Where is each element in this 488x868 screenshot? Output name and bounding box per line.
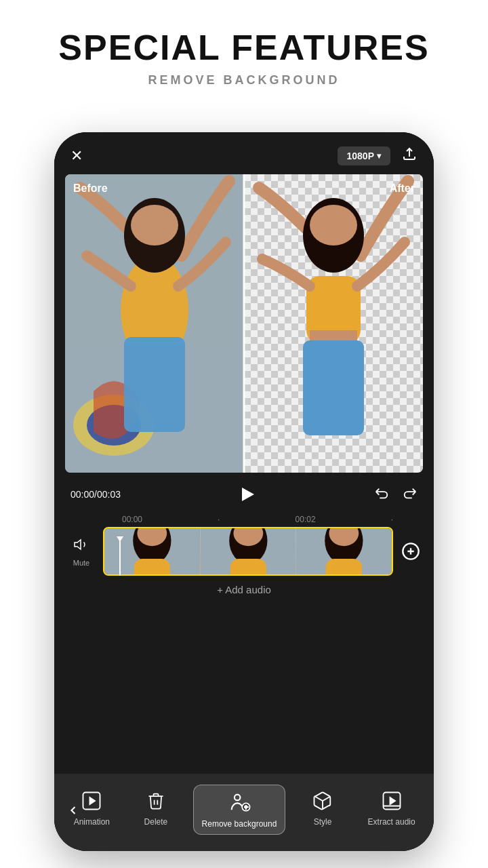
undo-button[interactable]: [374, 486, 389, 504]
time-display: 00:00/00:03: [70, 489, 121, 500]
play-button[interactable]: [235, 482, 260, 507]
timeline-track: Mute: [54, 527, 434, 576]
page-header: SPECIAL FEATURES REMOVE BACKGROUND: [0, 0, 488, 101]
style-label: Style: [314, 817, 332, 827]
top-bar-right: 1080P: [338, 146, 418, 166]
svg-rect-20: [134, 559, 170, 574]
toolbar-items: Animation Delete: [54, 785, 434, 835]
upload-button[interactable]: [401, 146, 418, 166]
after-image: [244, 174, 423, 473]
clip-frame-3: [296, 528, 392, 574]
before-image: [65, 174, 244, 473]
toolbar-item-extract-audio[interactable]: Extract audio: [360, 785, 424, 832]
toolbar-item-delete[interactable]: Delete: [129, 785, 183, 832]
clip-frame-2: [201, 528, 297, 574]
extract-audio-label: Extract audio: [368, 817, 415, 827]
mute-button[interactable]: Mute: [65, 536, 98, 567]
svg-rect-6: [124, 337, 185, 432]
ruler-dot-2: ·: [391, 515, 393, 524]
playhead[interactable]: [119, 540, 121, 576]
playhead-indicator: [117, 536, 123, 542]
timeline-ruler: 00:00 · 00:02 ·: [54, 512, 434, 527]
svg-rect-28: [326, 559, 362, 574]
add-audio-label: + Add audio: [217, 584, 271, 595]
after-preview: After: [244, 174, 423, 473]
svg-marker-16: [75, 540, 81, 549]
remove-background-icon: [228, 791, 251, 814]
add-clip-button[interactable]: [399, 527, 423, 576]
style-icon: [312, 790, 333, 812]
redo-button[interactable]: [403, 486, 418, 504]
top-bar: ✕ 1080P: [54, 132, 434, 174]
page-title: SPECIAL FEATURES: [14, 27, 474, 68]
ruler-dot-1: ·: [218, 515, 220, 524]
svg-marker-37: [390, 797, 395, 804]
playback-controls: 00:00/00:03: [54, 473, 434, 512]
clip-strip[interactable]: [103, 527, 393, 576]
phone-inner: ✕ 1080P Before: [54, 132, 434, 851]
play-icon: [242, 488, 254, 501]
after-label: After: [390, 182, 415, 195]
ruler-mark-2: 00:02: [296, 515, 316, 524]
before-label: Before: [73, 182, 108, 195]
bottom-toolbar: Animation Delete: [54, 774, 434, 851]
back-button[interactable]: [61, 798, 85, 827]
preview-area: Before: [65, 174, 423, 473]
undo-redo-controls: [374, 486, 418, 504]
extract-audio-icon: [381, 790, 403, 812]
before-preview: Before: [65, 174, 244, 473]
close-button[interactable]: ✕: [70, 147, 83, 165]
toolbar-item-remove-background[interactable]: Remove background: [193, 785, 286, 835]
timeline-area: 00:00 · 00:02 ·: [54, 512, 434, 609]
delete-icon: [145, 790, 167, 812]
volume-icon: [73, 536, 89, 556]
toolbar-item-style[interactable]: Style: [296, 785, 350, 832]
mute-label: Mute: [73, 559, 89, 567]
svg-point-34: [245, 806, 247, 808]
split-line: [243, 174, 245, 473]
remove-background-label: Remove background: [202, 819, 277, 829]
page-subtitle: REMOVE BACKGROUND: [14, 73, 474, 87]
svg-point-15: [310, 205, 357, 245]
phone-frame: ✕ 1080P Before: [54, 132, 434, 851]
ruler-mark-0: 00:00: [122, 515, 142, 524]
add-audio-button[interactable]: + Add audio: [54, 576, 434, 604]
svg-marker-31: [90, 797, 96, 804]
svg-rect-13: [303, 340, 364, 435]
quality-selector[interactable]: 1080P: [338, 146, 390, 165]
svg-point-8: [131, 205, 178, 245]
delete-label: Delete: [144, 817, 168, 827]
svg-point-32: [235, 795, 241, 801]
svg-rect-24: [230, 559, 266, 574]
